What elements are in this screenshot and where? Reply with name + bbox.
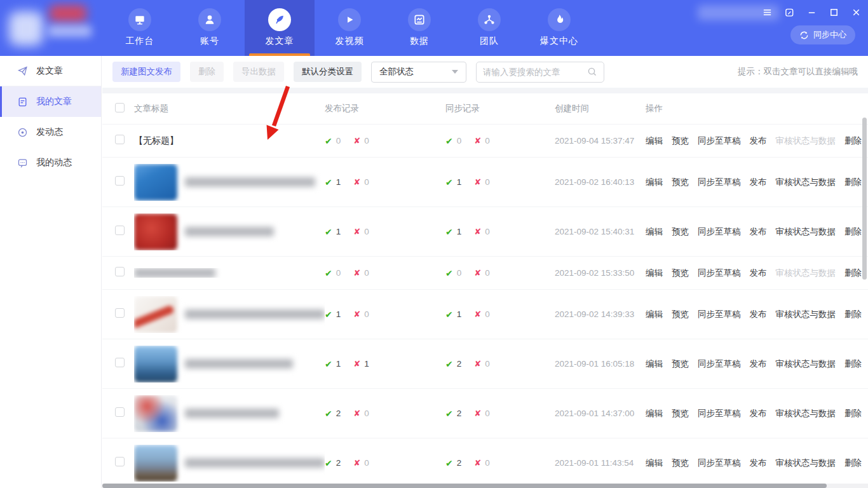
action-sync-to-draft[interactable]: 同步至草稿: [698, 358, 741, 370]
action-preview[interactable]: 预览: [672, 135, 689, 147]
tab-feather[interactable]: 发文章: [245, 0, 315, 56]
sync-record-cell: ✔ 2 ✘ 0: [445, 409, 555, 419]
action-edit[interactable]: 编辑: [646, 408, 663, 419]
action-edit[interactable]: 编辑: [646, 268, 663, 279]
article-title-cell[interactable]: [134, 395, 325, 432]
close-icon[interactable]: [850, 6, 862, 18]
tab-flame[interactable]: 爆文中心: [524, 0, 594, 56]
action-delete[interactable]: 删除: [844, 268, 862, 279]
row-checkbox[interactable]: [115, 135, 125, 144]
select-all-checkbox[interactable]: [115, 103, 125, 112]
action-delete[interactable]: 删除: [844, 177, 862, 188]
action-sync-to-draft[interactable]: 同步至草稿: [698, 408, 741, 419]
article-title-cell[interactable]: [134, 296, 325, 333]
action-sync-to-draft[interactable]: 同步至草稿: [698, 458, 741, 469]
action-delete[interactable]: 删除: [844, 226, 862, 238]
action-edit[interactable]: 编辑: [646, 135, 663, 147]
table-row[interactable]: ✔ 1 ✘ 0 ✔ 1 ✘ 0 2021-09-02 14:39:33 编辑 预…: [102, 289, 868, 339]
sidebar-item-chat[interactable]: 我的动态: [0, 147, 101, 178]
table-row[interactable]: ✔ 1 ✘ 0 ✔ 1 ✘ 0 2021-09-02 15:40:31 编辑 预…: [102, 207, 868, 256]
table-row[interactable]: ✔ 2 ✘ 0 ✔ 2 ✘ 0 2021-09-01 11:43:54 编辑 预…: [102, 438, 868, 487]
table-row[interactable]: 【无标题】 ✔ 0 ✘ 0 ✔ 0 ✘ 0 2021-09-04 15:37:4…: [102, 124, 868, 157]
action-review-status-data[interactable]: 审核状态与数据: [776, 226, 836, 238]
action-preview[interactable]: 预览: [672, 177, 689, 188]
action-preview[interactable]: 预览: [672, 268, 689, 279]
action-review-status-data[interactable]: 审核状态与数据: [776, 358, 836, 370]
sidebar-item-disc[interactable]: 发动态: [0, 117, 101, 147]
action-preview[interactable]: 预览: [672, 226, 689, 238]
action-delete[interactable]: 删除: [844, 458, 862, 469]
table-row[interactable]: ✔ 1 ✘ 1 ✔ 2 ✘ 0 2021-09-01 16:05:18 编辑 预…: [102, 339, 868, 388]
row-checkbox[interactable]: [115, 308, 125, 318]
article-title-cell[interactable]: [134, 445, 325, 482]
action-review-status-data[interactable]: 审核状态与数据: [776, 268, 836, 279]
horizontal-scrollbar-thumb[interactable]: [102, 484, 827, 488]
action-delete[interactable]: 删除: [844, 408, 862, 419]
row-checkbox[interactable]: [115, 267, 125, 276]
action-edit[interactable]: 编辑: [646, 458, 663, 469]
tab-chart[interactable]: 数据: [384, 0, 454, 56]
table-row[interactable]: ✔ 1 ✘ 0 ✔ 1 ✘ 0 2021-09-02 16:40:13 编辑 预…: [102, 157, 868, 207]
menu-icon[interactable]: [761, 6, 773, 18]
row-checkbox[interactable]: [115, 407, 125, 417]
sidebar-item-document[interactable]: 我的文章: [0, 86, 101, 117]
vertical-scrollbar-thumb[interactable]: [862, 118, 867, 280]
action-edit[interactable]: 编辑: [646, 309, 663, 320]
action-publish[interactable]: 发布: [750, 458, 767, 469]
table-row[interactable]: ✔ 0 ✘ 0 ✔ 0 ✘ 0 2021-09-02 15:33:50 编辑 预…: [102, 256, 868, 289]
tab-user[interactable]: 账号: [175, 0, 245, 56]
sync-center-button[interactable]: 同步中心: [790, 25, 855, 44]
status-filter-select[interactable]: 全部状态: [371, 62, 466, 83]
action-sync-to-draft[interactable]: 同步至草稿: [698, 309, 741, 320]
action-edit[interactable]: 编辑: [646, 177, 663, 188]
action-review-status-data[interactable]: 审核状态与数据: [776, 309, 836, 320]
feedback-icon[interactable]: [783, 6, 795, 18]
action-delete[interactable]: 删除: [844, 309, 862, 320]
action-sync-to-draft[interactable]: 同步至草稿: [698, 177, 741, 188]
row-checkbox[interactable]: [115, 176, 125, 186]
default-category-button[interactable]: 默认分类设置: [294, 62, 362, 82]
action-review-status-data[interactable]: 审核状态与数据: [776, 177, 836, 188]
action-publish[interactable]: 发布: [750, 309, 767, 320]
new-article-button[interactable]: 新建图文发布: [112, 62, 180, 82]
tab-monitor[interactable]: 工作台: [105, 0, 175, 56]
action-publish[interactable]: 发布: [750, 408, 767, 419]
row-checkbox[interactable]: [115, 358, 125, 367]
action-review-status-data[interactable]: 审核状态与数据: [776, 458, 836, 469]
row-checkbox[interactable]: [115, 226, 125, 235]
table-row[interactable]: ✔ 2 ✘ 0 ✔ 2 ✘ 0 2021-09-01 14:37:00 编辑 预…: [102, 388, 868, 438]
action-sync-to-draft[interactable]: 同步至草稿: [698, 226, 741, 238]
export-data-button[interactable]: 导出数据: [233, 62, 284, 82]
action-publish[interactable]: 发布: [750, 177, 767, 188]
search-input[interactable]: [483, 67, 587, 77]
action-preview[interactable]: 预览: [672, 358, 689, 370]
action-publish[interactable]: 发布: [750, 135, 767, 147]
action-publish[interactable]: 发布: [750, 226, 767, 238]
article-title-cell[interactable]: [134, 214, 325, 250]
article-title-cell[interactable]: 【无标题】: [134, 135, 325, 147]
tab-play[interactable]: 发视频: [315, 0, 384, 56]
article-title-cell[interactable]: [134, 346, 325, 383]
tab-team[interactable]: 团队: [454, 0, 524, 56]
article-title-cell[interactable]: [134, 268, 325, 278]
action-review-status-data[interactable]: 审核状态与数据: [776, 408, 836, 419]
action-review-status-data[interactable]: 审核状态与数据: [776, 135, 836, 147]
action-delete[interactable]: 删除: [844, 135, 862, 147]
maximize-icon[interactable]: [828, 6, 839, 18]
action-preview[interactable]: 预览: [672, 309, 689, 320]
delete-button[interactable]: 删除: [190, 62, 224, 82]
action-sync-to-draft[interactable]: 同步至草稿: [698, 135, 741, 147]
sidebar-item-paper-plane[interactable]: 发文章: [0, 56, 101, 86]
minimize-icon[interactable]: [806, 6, 817, 18]
action-sync-to-draft[interactable]: 同步至草稿: [698, 268, 741, 279]
action-publish[interactable]: 发布: [750, 268, 767, 279]
action-preview[interactable]: 预览: [672, 458, 689, 469]
row-checkbox[interactable]: [115, 457, 125, 466]
action-edit[interactable]: 编辑: [646, 358, 663, 370]
action-preview[interactable]: 预览: [672, 408, 689, 419]
action-edit[interactable]: 编辑: [646, 226, 663, 238]
article-title-cell[interactable]: [134, 164, 325, 201]
action-publish[interactable]: 发布: [750, 358, 767, 370]
action-delete[interactable]: 删除: [844, 358, 862, 370]
search-icon[interactable]: [587, 67, 597, 77]
